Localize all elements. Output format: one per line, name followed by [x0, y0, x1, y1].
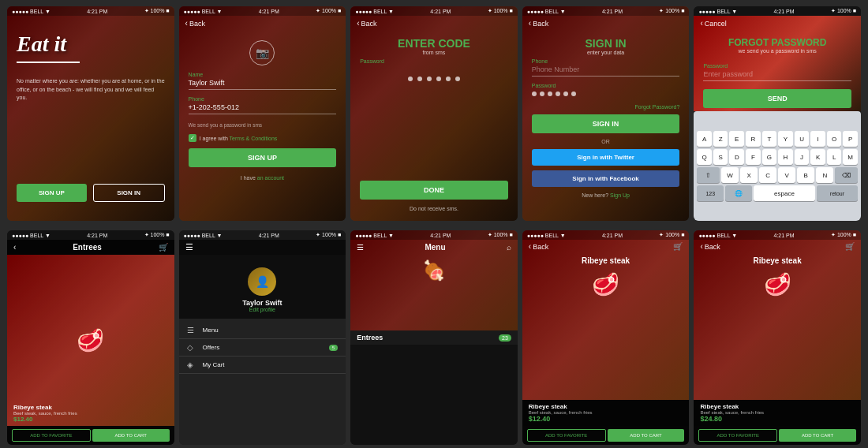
add-favorite-button-b1[interactable]: ADD TO FAVORITE — [12, 429, 91, 442]
menu-list-area — [350, 345, 518, 445]
screen-enter-code: ●●●●● BELL ▼ 4:21 PM ✦ 100% ■ ‹ Back ENT… — [350, 6, 518, 221]
cart-icon-r2[interactable]: 🛒 — [845, 242, 855, 251]
key-u[interactable]: U — [795, 131, 810, 147]
status-bar-b3: ●●●●● BELL ▼ 4:21 PM ✦ 100% ■ — [350, 230, 518, 240]
key-g[interactable]: G — [762, 149, 777, 165]
edit-profile-link[interactable]: Edit profile — [249, 307, 275, 312]
code-field: Password — [350, 57, 518, 70]
key-k[interactable]: K — [810, 149, 825, 165]
camera-icon[interactable]: 📷 — [249, 40, 275, 65]
key-z[interactable]: Z — [713, 131, 728, 147]
signup-form-button[interactable]: SIGN UP — [189, 148, 337, 167]
globe-key[interactable]: 🌐 — [725, 185, 752, 201]
key-c[interactable]: C — [759, 167, 776, 183]
key-a[interactable]: A — [697, 131, 712, 147]
twitter-button[interactable]: Sign in with Twitter — [532, 149, 680, 166]
key-r[interactable]: R — [746, 131, 761, 147]
key-h[interactable]: H — [778, 149, 793, 165]
send-button[interactable]: SEND — [703, 89, 851, 108]
section-label: Entrees — [357, 334, 383, 342]
key-q[interactable]: Q — [697, 149, 712, 165]
space-key[interactable]: espace — [754, 185, 815, 201]
key-m[interactable]: M — [843, 149, 858, 165]
add-cart-r1[interactable]: ADD TO CART — [608, 429, 685, 442]
menu-item-cart[interactable]: ◈ My Cart — [179, 357, 346, 374]
menu-food-image: 🍖 — [350, 255, 518, 286]
sign-in-button[interactable]: SIGN IN — [532, 114, 680, 133]
add-fav-r2[interactable]: ADD TO FAVORITE — [698, 429, 777, 442]
key-v[interactable]: V — [778, 167, 795, 183]
menu-item-menu[interactable]: ☰ Menu — [179, 322, 346, 339]
key-e[interactable]: E — [729, 131, 744, 147]
key-b[interactable]: B — [797, 167, 814, 183]
forgot-title: FORGOT PASSWORD we send you a password i… — [694, 31, 861, 55]
cart-icon[interactable]: 🛒 — [159, 243, 168, 252]
back-label-4: Back — [533, 20, 548, 28]
key-f[interactable]: F — [746, 149, 761, 165]
key-w[interactable]: W — [721, 167, 739, 183]
screen-signup: ●●●●● BELL ▼ 4:21 PM ✦ 100% ■ ‹ Back 📷 N… — [179, 6, 346, 221]
signup-link[interactable]: Sign Up — [610, 192, 630, 198]
phone-placeholder[interactable]: Phone Number — [532, 65, 680, 77]
back-ribeye1[interactable]: ‹ Back — [529, 242, 548, 251]
offers-icon: ◇ — [187, 343, 198, 352]
back-button-3[interactable]: ‹ Back — [357, 19, 376, 28]
facebook-button[interactable]: Sign in with Facebook — [532, 170, 680, 187]
name-field: Name Taylor Swift — [179, 70, 346, 95]
back-button[interactable]: ‹ Back — [185, 19, 205, 28]
back-nav[interactable]: ‹ — [13, 243, 16, 252]
status-bar-b2: ●●●●● BELL ▼ 4:21 PM ✦ 100% ■ — [179, 230, 346, 240]
key-d[interactable]: D — [729, 149, 744, 165]
key-t[interactable]: T — [762, 131, 777, 147]
cart-icon-r1[interactable]: 🛒 — [673, 242, 683, 251]
app-tagline: No matter where you are: whether you are… — [7, 65, 174, 115]
entrees-section: Entrees 23 — [350, 330, 518, 345]
forgot-pw-field: Password Enter password — [694, 62, 861, 86]
back-label-r1: Back — [533, 243, 548, 251]
name-value[interactable]: Taylor Swift — [189, 79, 337, 90]
screen-menu: ●●●●● BELL ▼ 4:21 PM ✦ 100% ■ ☰ Menu ⌕ 🍖… — [350, 230, 518, 445]
ribeye2-name: Ribeye steak — [697, 256, 858, 265]
account-link-text[interactable]: an account — [257, 175, 284, 181]
key-n[interactable]: N — [816, 167, 833, 183]
ribeye1-image: 🥩 — [522, 268, 690, 301]
entrees-title: Entrees — [73, 243, 102, 252]
entrees-header: ‹ Entrees 🛒 — [7, 240, 174, 255]
screen-ribeye1: ●●●●● BELL ▼ 4:21 PM ✦ 100% ■ ‹ Back 🛒 R… — [522, 230, 690, 445]
done-button[interactable]: DONE — [360, 181, 508, 200]
add-cart-button-b1[interactable]: ADD TO CART — [92, 429, 170, 442]
signin-button[interactable]: SIGN IN — [93, 184, 165, 202]
key-j[interactable]: J — [795, 149, 810, 165]
checkbox-icon[interactable]: ✓ — [189, 134, 196, 142]
menu-hamburger[interactable]: ☰ — [357, 243, 364, 252]
key-l[interactable]: L — [827, 149, 842, 165]
back-ribeye2[interactable]: ‹ Back — [700, 242, 720, 251]
add-fav-r1[interactable]: ADD TO FAVORITE — [527, 429, 606, 442]
shift-key[interactable]: ⇧ — [697, 167, 720, 183]
menu-item-offers[interactable]: ◇ Offers 5 — [179, 339, 346, 357]
return-key[interactable]: retour — [817, 185, 858, 201]
screen-ribeye2: ●●●●● BELL ▼ 4:21 PM ✦ 100% ■ ‹ Back 🛒 R… — [694, 230, 861, 445]
delete-key[interactable]: ⌫ — [835, 167, 858, 183]
screen-welcome: ●●●●● BELL ▼ 4:21 PM ✦ 100% ■ Eat it No … — [7, 6, 174, 221]
add-cart-r2[interactable]: ADD TO CART — [779, 429, 856, 442]
hamburger-icon[interactable]: ☰ — [185, 242, 340, 252]
key-s[interactable]: S — [713, 149, 728, 165]
back-button-4[interactable]: ‹ Back — [529, 19, 548, 28]
numbers-key[interactable]: 123 — [697, 185, 724, 201]
key-i[interactable]: I — [810, 131, 825, 147]
forgot-password-link[interactable]: Forgot Password? — [522, 103, 690, 111]
signup-button[interactable]: SIGN UP — [17, 184, 87, 202]
menu-title: Menu — [425, 243, 445, 252]
menu-search-icon[interactable]: ⌕ — [507, 243, 511, 252]
cancel-button[interactable]: ‹ Cancel — [700, 19, 726, 28]
sms-hint: We send you a password in sms — [179, 119, 346, 131]
key-x[interactable]: X — [740, 167, 758, 183]
forgot-pw-input[interactable]: Enter password — [703, 70, 851, 81]
key-y[interactable]: Y — [778, 131, 793, 147]
key-p[interactable]: P — [843, 131, 858, 147]
terms-link[interactable]: Terms & Conditions — [230, 136, 278, 141]
phone-value[interactable]: +1-202-555-012 — [189, 103, 337, 114]
key-o[interactable]: O — [827, 131, 842, 147]
offers-badge: 5 — [329, 345, 338, 351]
